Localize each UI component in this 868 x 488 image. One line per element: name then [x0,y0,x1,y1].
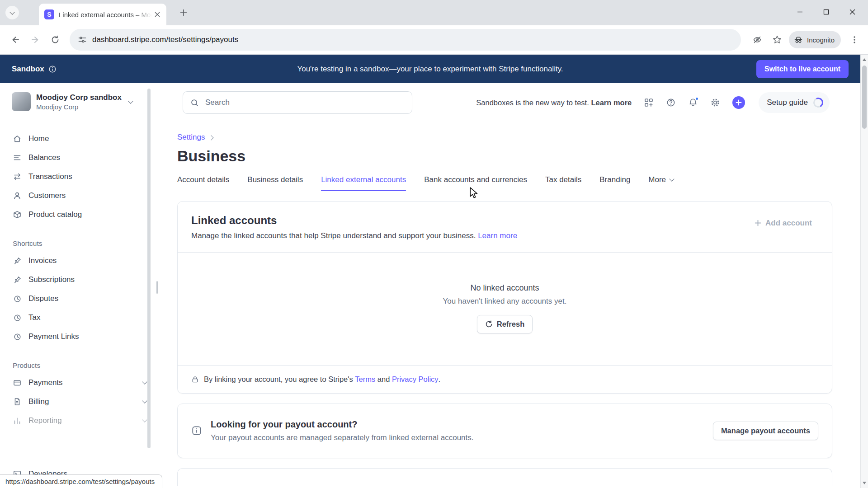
incognito-icon [793,35,803,45]
add-account-button[interactable]: Add account [748,214,818,232]
sidebar-item-home[interactable]: Home [0,129,156,148]
sandbox-label-group: Sandbox [12,65,57,74]
privacy-policy-link[interactable]: Privacy Policy [392,375,439,383]
sidebar-item-payment-links[interactable]: Payment Links [0,327,156,346]
sidebar-item-balances[interactable]: Balances [0,148,156,167]
sidebar-item-disputes[interactable]: Disputes [0,289,156,308]
chevron-down-icon [142,417,147,422]
scroll-down-arrow[interactable] [861,479,868,487]
transactions-icon [13,172,22,181]
app-topbar: Sandboxes is the new way to test. Learn … [177,91,832,114]
sidebar-item-invoices[interactable]: Invoices [0,251,156,270]
window-controls [787,0,865,23]
setup-guide-button[interactable]: Setup guide [759,92,830,113]
sidebar-item-reporting[interactable]: Reporting [0,411,156,430]
learn-more-link[interactable]: Learn more [478,231,517,240]
tab-linked-external-accounts[interactable]: Linked external accounts [321,175,406,191]
search-input[interactable] [204,98,405,108]
account-org: Moodjoy Corp [36,103,122,111]
page-scrollbar[interactable] [860,55,868,488]
tab-tax-details[interactable]: Tax details [545,175,581,191]
sidebar-item-customers[interactable]: Customers [0,186,156,205]
tab-more[interactable]: More [648,175,674,191]
linked-accounts-card: Linked accounts Manage the linked accoun… [177,201,832,394]
sidebar-item-label: Payment Links [28,332,79,341]
empty-state: No linked accounts You haven't linked an… [178,253,832,365]
apps-grid-icon[interactable] [644,98,654,108]
tab-search-button[interactable] [5,6,19,19]
tab-close-icon[interactable] [152,9,163,20]
customers-icon [13,191,22,200]
reporting-icon [13,416,22,425]
linked-accounts-description: Manage the linked accounts that help Str… [191,231,517,240]
back-button[interactable] [6,31,24,49]
forward-button[interactable] [26,31,44,49]
sidebar-item-label: Invoices [28,256,57,265]
sidebar-item-billing[interactable]: Billing [0,392,156,411]
sidebar-nav-main: Home Balances Transactions Customers [0,129,156,224]
tab-bank-accounts-and-currencies[interactable]: Bank accounts and currencies [424,175,527,191]
payout-accounts-card: Looking for your payout account? Your pa… [177,404,832,458]
maximize-button[interactable] [813,0,839,23]
notifications-bell-icon[interactable] [688,98,698,108]
sidebar-nav-shortcuts: Invoices Subscriptions Disputes Tax [0,251,156,346]
screen: S Linked external accounts – Moo [0,0,868,488]
sidebar-scrollbar-thumb[interactable] [147,89,151,448]
product-catalog-icon [13,210,22,219]
scroll-up-arrow[interactable] [861,56,868,64]
sidebar-item-payments[interactable]: Payments [0,373,156,392]
url-bar[interactable]: dashboard.stripe.com/test/settings/payou… [70,29,741,51]
refresh-button[interactable]: Refresh [477,315,533,333]
switch-to-live-button[interactable]: Switch to live account [756,60,849,78]
manage-payout-accounts-button[interactable]: Manage payout accounts [713,422,818,440]
setup-guide-label: Setup guide [767,98,808,107]
minimize-button[interactable] [787,0,813,23]
tab-label: Business details [247,175,303,184]
payout-card-description: Your payout accounts are managed separat… [211,433,474,442]
browser-tab[interactable]: S Linked external accounts – Moo [39,4,166,25]
tab-branding[interactable]: Branding [599,175,630,191]
chevron-down-icon [669,176,674,181]
browser-menu-icon[interactable] [845,31,863,49]
breadcrumb-settings-link[interactable]: Settings [177,133,205,142]
refresh-icon [485,320,493,328]
search-icon [190,99,199,107]
account-avatar [12,92,31,111]
site-settings-icon[interactable] [78,35,87,44]
terms-link[interactable]: Terms [355,375,375,383]
sidebar-item-product-catalog[interactable]: Product catalog [0,205,156,224]
tab-account-details[interactable]: Account details [177,175,229,191]
sidebar-item-subscriptions[interactable]: Subscriptions [0,270,156,289]
search-box[interactable] [183,91,412,114]
info-icon[interactable] [48,65,57,73]
sidebar-item-tax[interactable]: Tax [0,308,156,327]
incognito-badge: Incognito [789,31,841,48]
tab-label: More [648,175,666,184]
sidebar: Moodjoy Corp sandbox Moodjoy Corp Home B… [0,83,156,488]
sidebar-resize-handle[interactable] [156,281,158,294]
chevron-right-icon [209,135,214,140]
sidebar-item-transactions[interactable]: Transactions [0,167,156,186]
reload-button[interactable] [46,31,64,49]
main-content: Sandboxes is the new way to test. Learn … [177,83,832,486]
eye-off-icon[interactable] [748,31,766,49]
help-icon[interactable] [666,98,676,108]
next-card-partial [177,468,832,486]
tab-business-details[interactable]: Business details [247,175,303,191]
empty-state-title: No linked accounts [178,283,832,293]
account-switcher[interactable]: Moodjoy Corp sandbox Moodjoy Corp [0,83,156,116]
new-tab-button[interactable] [177,6,190,19]
refresh-label: Refresh [497,320,524,328]
promo-learn-more-link[interactable]: Learn more [591,99,632,107]
account-name: Moodjoy Corp sandbox [36,93,122,102]
settings-gear-icon[interactable] [710,98,720,108]
page-title: Business [177,147,832,165]
tab-label: Tax details [545,175,581,184]
bookmark-star-icon[interactable] [768,31,786,49]
sidebar-item-label: Subscriptions [28,275,75,284]
create-plus-icon[interactable] [732,96,745,109]
promo-text: Sandboxes is the new way to test. [476,99,589,107]
close-window-button[interactable] [839,0,865,23]
and-text: and [377,375,390,383]
scrollbar-thumb[interactable] [862,66,867,129]
